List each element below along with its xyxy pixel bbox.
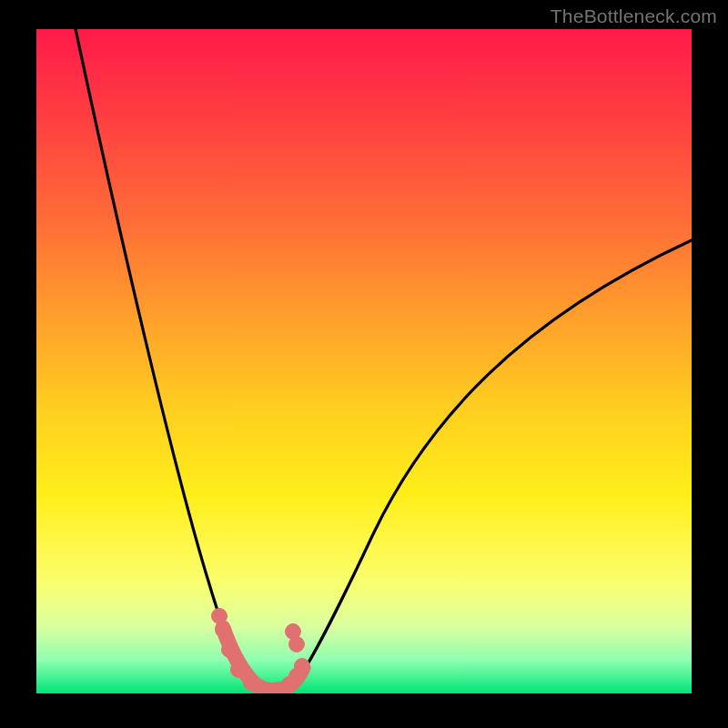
svg-point-4 — [244, 675, 259, 691]
svg-point-2 — [222, 642, 238, 658]
plot-area — [36, 29, 692, 693]
chart-frame: TheBottleneck.com — [0, 0, 728, 728]
left-curve — [76, 29, 275, 693]
right-curve — [275, 240, 692, 693]
svg-point-11 — [289, 637, 305, 652]
svg-point-9 — [295, 659, 310, 674]
svg-point-3 — [231, 662, 247, 678]
chart-svg — [36, 29, 692, 693]
marker-cluster — [212, 609, 310, 694]
svg-point-0 — [212, 609, 228, 624]
watermark-text: TheBottleneck.com — [551, 5, 717, 27]
svg-point-1 — [216, 622, 231, 638]
